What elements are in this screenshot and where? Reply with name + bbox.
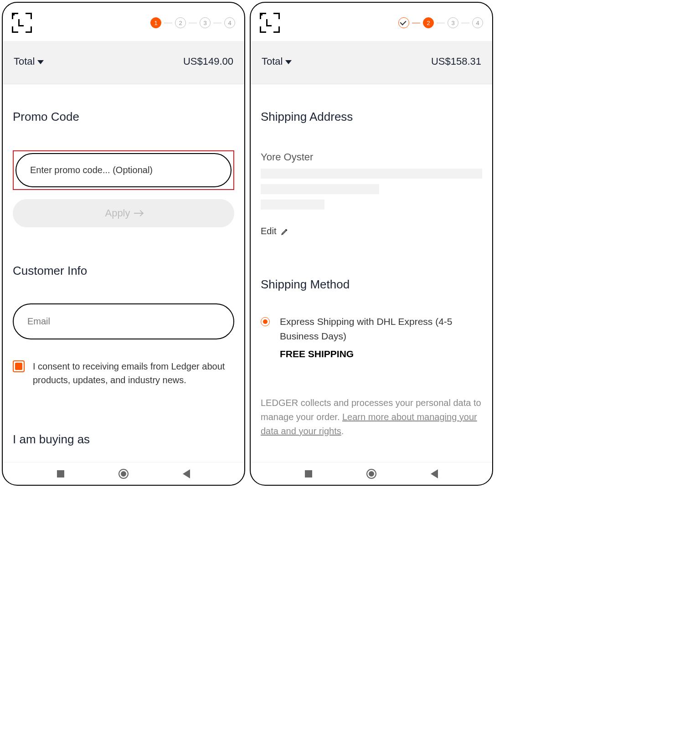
recents-icon[interactable]: [305, 470, 312, 477]
step-1[interactable]: 1: [150, 17, 161, 28]
home-icon[interactable]: [118, 469, 129, 479]
phone-left: 1 2 3 4 Total US$149.00 Promo Code Ap: [2, 2, 245, 486]
shipping-option-label: Express Shipping with DHL Express (4-5 B…: [280, 314, 482, 343]
promo-code-title: Promo Code: [13, 110, 234, 124]
edit-label: Edit: [261, 226, 276, 236]
step-4[interactable]: 4: [472, 17, 483, 28]
consent-label: I consent to receiving emails from Ledge…: [33, 359, 234, 387]
chevron-down-icon: [285, 60, 292, 64]
free-shipping-label: FREE SHIPPING: [280, 349, 482, 359]
consent-checkbox[interactable]: [13, 360, 25, 372]
customer-info-title: Customer Info: [13, 264, 234, 278]
address-line-2: [261, 184, 379, 194]
chevron-down-icon: [37, 60, 44, 64]
step-3[interactable]: 3: [200, 17, 211, 28]
shipping-name: Yore Oyster: [261, 151, 482, 163]
total-label: Total: [14, 56, 35, 67]
address-line-1: [261, 169, 482, 179]
ledger-logo-icon: [12, 13, 32, 33]
back-icon[interactable]: [183, 469, 190, 478]
total-bar[interactable]: Total US$149.00: [3, 41, 244, 84]
ledger-logo-icon: [260, 13, 280, 33]
total-bar[interactable]: Total US$158.31: [251, 41, 492, 84]
pencil-icon: [281, 227, 289, 236]
step-3[interactable]: 3: [448, 17, 458, 28]
android-navbar: [251, 462, 492, 485]
total-label: Total: [262, 56, 283, 67]
phone-right: 2 3 4 Total US$158.31 Shipping Address Y…: [250, 2, 493, 486]
step-2[interactable]: 2: [175, 17, 186, 28]
shipping-option-radio[interactable]: [261, 317, 270, 326]
checkout-steps: 1 2 3 4: [150, 17, 235, 28]
recents-icon[interactable]: [57, 470, 64, 477]
total-value: US$149.00: [183, 56, 233, 67]
address-line-3: [261, 200, 324, 210]
home-icon[interactable]: [366, 469, 376, 479]
shipping-method-title: Shipping Method: [261, 277, 482, 292]
step-1-done[interactable]: [398, 17, 409, 28]
step-4[interactable]: 4: [224, 17, 235, 28]
android-navbar: [3, 462, 244, 485]
promo-code-input[interactable]: [15, 153, 232, 187]
promo-highlight-box: [13, 150, 234, 190]
back-icon[interactable]: [431, 469, 438, 478]
checkout-steps: 2 3 4: [398, 17, 483, 28]
apply-button[interactable]: Apply: [13, 199, 234, 227]
total-value: US$158.31: [431, 56, 481, 67]
step-2[interactable]: 2: [423, 17, 434, 28]
header: 2 3 4: [251, 3, 492, 41]
privacy-note: LEDGER collects and processes your perso…: [261, 396, 482, 438]
check-icon: [400, 19, 407, 26]
apply-label: Apply: [105, 207, 130, 219]
shipping-address-title: Shipping Address: [261, 110, 482, 124]
arrow-right-icon: [134, 213, 142, 214]
header: 1 2 3 4: [3, 3, 244, 41]
buying-as-title: I am buying as: [13, 432, 234, 447]
email-input[interactable]: [13, 303, 234, 339]
edit-address-button[interactable]: Edit: [261, 226, 482, 236]
